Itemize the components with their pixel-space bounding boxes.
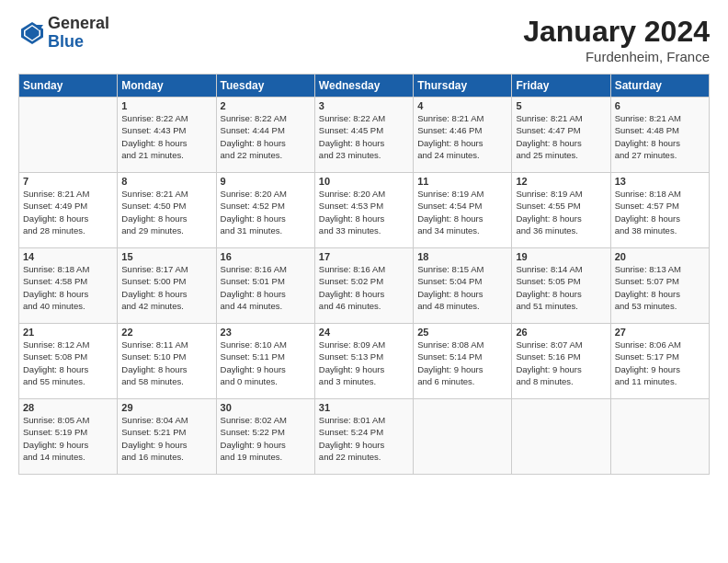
day-info: Sunrise: 8:20 AMSunset: 4:53 PMDaylight:… (319, 188, 409, 236)
day-info: Sunrise: 8:21 AMSunset: 4:47 PMDaylight:… (516, 112, 606, 161)
day-cell: 15Sunrise: 8:17 AMSunset: 5:00 PMDayligh… (118, 248, 216, 324)
day-number: 29 (121, 402, 211, 413)
day-info: Sunrise: 8:22 AMSunset: 4:45 PMDaylight:… (319, 112, 409, 161)
day-cell: 11Sunrise: 8:19 AMSunset: 4:54 PMDayligh… (414, 173, 512, 248)
day-number: 1 (121, 100, 211, 111)
day-info: Sunrise: 8:21 AMSunset: 4:50 PMDaylight:… (121, 188, 211, 236)
day-cell: 22Sunrise: 8:11 AMSunset: 5:10 PMDayligh… (118, 324, 216, 399)
location: Furdenheim, France (523, 49, 710, 64)
title-block: January 2024 Furdenheim, France (523, 15, 710, 64)
logo: General Blue (18, 15, 109, 52)
day-number: 7 (23, 176, 113, 187)
day-cell: 26Sunrise: 8:07 AMSunset: 5:16 PMDayligh… (512, 324, 610, 399)
header-cell-saturday: Saturday (610, 75, 709, 98)
day-number: 19 (516, 251, 606, 262)
day-number: 30 (221, 402, 311, 413)
day-cell: 16Sunrise: 8:16 AMSunset: 5:01 PMDayligh… (216, 248, 314, 324)
day-cell: 25Sunrise: 8:08 AMSunset: 5:14 PMDayligh… (414, 324, 512, 399)
calendar-table: SundayMondayTuesdayWednesdayThursdayFrid… (18, 74, 710, 475)
day-info: Sunrise: 8:12 AMSunset: 5:08 PMDaylight:… (23, 339, 113, 387)
header-row: SundayMondayTuesdayWednesdayThursdayFrid… (19, 75, 710, 98)
week-row-3: 14Sunrise: 8:18 AMSunset: 4:58 PMDayligh… (19, 248, 710, 324)
day-number: 22 (121, 327, 211, 338)
day-number: 18 (417, 251, 507, 262)
day-number: 20 (615, 251, 705, 262)
day-cell: 29Sunrise: 8:04 AMSunset: 5:21 PMDayligh… (118, 399, 216, 475)
week-row-5: 28Sunrise: 8:05 AMSunset: 5:19 PMDayligh… (19, 399, 710, 475)
header-cell-sunday: Sunday (19, 75, 118, 98)
day-cell: 14Sunrise: 8:18 AMSunset: 4:58 PMDayligh… (19, 248, 118, 324)
day-number: 24 (319, 327, 409, 338)
day-info: Sunrise: 8:21 AMSunset: 4:48 PMDaylight:… (615, 112, 705, 161)
day-cell: 17Sunrise: 8:16 AMSunset: 5:02 PMDayligh… (314, 248, 413, 324)
day-number: 10 (319, 176, 409, 187)
day-info: Sunrise: 8:08 AMSunset: 5:14 PMDaylight:… (417, 339, 507, 387)
day-info: Sunrise: 8:16 AMSunset: 5:02 PMDaylight:… (319, 263, 409, 312)
day-info: Sunrise: 8:22 AMSunset: 4:43 PMDaylight:… (121, 112, 211, 161)
logo-blue: Blue (48, 33, 109, 52)
day-number: 8 (121, 176, 211, 187)
day-info: Sunrise: 8:13 AMSunset: 5:07 PMDaylight:… (615, 263, 705, 312)
day-cell: 20Sunrise: 8:13 AMSunset: 5:07 PMDayligh… (610, 248, 709, 324)
day-number: 21 (23, 327, 113, 338)
day-cell: 24Sunrise: 8:09 AMSunset: 5:13 PMDayligh… (314, 324, 413, 399)
day-number: 25 (417, 327, 507, 338)
day-cell: 30Sunrise: 8:02 AMSunset: 5:22 PMDayligh… (216, 399, 314, 475)
day-info: Sunrise: 8:17 AMSunset: 5:00 PMDaylight:… (121, 263, 211, 312)
day-info: Sunrise: 8:01 AMSunset: 5:24 PMDaylight:… (319, 414, 409, 463)
header-cell-thursday: Thursday (414, 75, 512, 98)
day-info: Sunrise: 8:14 AMSunset: 5:05 PMDaylight:… (516, 263, 606, 312)
day-info: Sunrise: 8:05 AMSunset: 5:19 PMDaylight:… (23, 414, 113, 463)
day-info: Sunrise: 8:11 AMSunset: 5:10 PMDaylight:… (121, 339, 211, 387)
day-info: Sunrise: 8:22 AMSunset: 4:44 PMDaylight:… (221, 112, 311, 161)
day-info: Sunrise: 8:02 AMSunset: 5:22 PMDaylight:… (221, 414, 311, 463)
day-cell (19, 98, 118, 173)
day-info: Sunrise: 8:21 AMSunset: 4:49 PMDaylight:… (23, 188, 113, 236)
month-title: January 2024 (523, 15, 710, 49)
logo-text: General Blue (48, 15, 109, 52)
day-info: Sunrise: 8:10 AMSunset: 5:11 PMDaylight:… (221, 339, 311, 387)
day-cell: 28Sunrise: 8:05 AMSunset: 5:19 PMDayligh… (19, 399, 118, 475)
day-number: 14 (23, 251, 113, 262)
day-info: Sunrise: 8:20 AMSunset: 4:52 PMDaylight:… (221, 188, 311, 236)
header-cell-friday: Friday (512, 75, 610, 98)
day-cell: 23Sunrise: 8:10 AMSunset: 5:11 PMDayligh… (216, 324, 314, 399)
day-cell: 19Sunrise: 8:14 AMSunset: 5:05 PMDayligh… (512, 248, 610, 324)
main-container: General Blue January 2024 Furdenheim, Fr… (0, 0, 728, 484)
day-cell: 13Sunrise: 8:18 AMSunset: 4:57 PMDayligh… (610, 173, 709, 248)
day-number: 5 (516, 100, 606, 111)
day-cell (414, 399, 512, 475)
day-cell: 21Sunrise: 8:12 AMSunset: 5:08 PMDayligh… (19, 324, 118, 399)
day-cell: 18Sunrise: 8:15 AMSunset: 5:04 PMDayligh… (414, 248, 512, 324)
day-cell: 1Sunrise: 8:22 AMSunset: 4:43 PMDaylight… (118, 98, 216, 173)
day-cell: 8Sunrise: 8:21 AMSunset: 4:50 PMDaylight… (118, 173, 216, 248)
day-cell: 10Sunrise: 8:20 AMSunset: 4:53 PMDayligh… (314, 173, 413, 248)
day-number: 2 (221, 100, 311, 111)
logo-general: General (48, 15, 109, 33)
week-row-2: 7Sunrise: 8:21 AMSunset: 4:49 PMDaylight… (19, 173, 710, 248)
day-cell: 3Sunrise: 8:22 AMSunset: 4:45 PMDaylight… (314, 98, 413, 173)
header-cell-tuesday: Tuesday (216, 75, 314, 98)
day-info: Sunrise: 8:09 AMSunset: 5:13 PMDaylight:… (319, 339, 409, 387)
day-cell: 6Sunrise: 8:21 AMSunset: 4:48 PMDaylight… (610, 98, 709, 173)
day-info: Sunrise: 8:07 AMSunset: 5:16 PMDaylight:… (516, 339, 606, 387)
week-row-4: 21Sunrise: 8:12 AMSunset: 5:08 PMDayligh… (19, 324, 710, 399)
day-info: Sunrise: 8:15 AMSunset: 5:04 PMDaylight:… (417, 263, 507, 312)
day-number: 6 (615, 100, 705, 111)
day-cell (610, 399, 709, 475)
day-number: 16 (221, 251, 311, 262)
day-cell: 7Sunrise: 8:21 AMSunset: 4:49 PMDaylight… (19, 173, 118, 248)
header: General Blue January 2024 Furdenheim, Fr… (18, 15, 710, 64)
day-cell: 9Sunrise: 8:20 AMSunset: 4:52 PMDaylight… (216, 173, 314, 248)
day-number: 13 (615, 176, 705, 187)
day-number: 12 (516, 176, 606, 187)
calendar-header: SundayMondayTuesdayWednesdayThursdayFrid… (19, 75, 710, 98)
day-number: 9 (221, 176, 311, 187)
day-info: Sunrise: 8:04 AMSunset: 5:21 PMDaylight:… (121, 414, 211, 463)
day-cell (512, 399, 610, 475)
day-info: Sunrise: 8:19 AMSunset: 4:54 PMDaylight:… (417, 188, 507, 236)
day-number: 11 (417, 176, 507, 187)
day-info: Sunrise: 8:18 AMSunset: 4:57 PMDaylight:… (615, 188, 705, 236)
day-number: 26 (516, 327, 606, 338)
day-number: 28 (23, 402, 113, 413)
